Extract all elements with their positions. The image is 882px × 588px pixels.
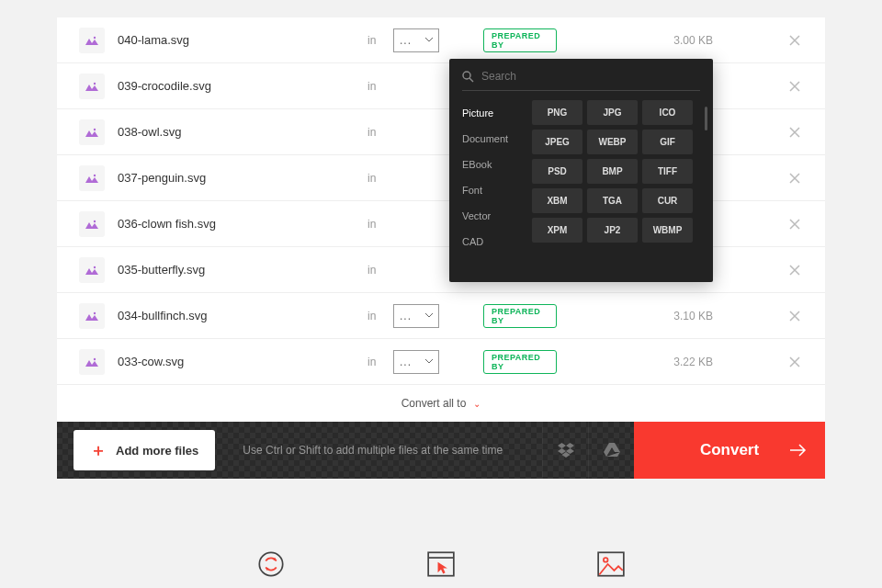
image-icon	[597, 550, 625, 578]
category-picture[interactable]: Picture	[462, 100, 532, 126]
format-option[interactable]: WEBP	[587, 130, 638, 154]
file-size: 3.10 KB	[658, 310, 713, 322]
format-select[interactable]: ...	[393, 350, 439, 374]
google-drive-button[interactable]	[588, 422, 634, 479]
image-file-icon	[79, 211, 105, 237]
dropbox-icon	[558, 443, 574, 458]
search-icon	[462, 71, 474, 83]
close-icon	[789, 219, 800, 230]
arrow-right-icon	[790, 444, 807, 457]
format-option[interactable]: JP2	[587, 218, 638, 243]
bottom-toolbar: ＋ Add more files Use Ctrl or Shift to ad…	[57, 422, 825, 479]
in-label: in	[368, 34, 393, 47]
format-option[interactable]: JPG	[587, 100, 638, 125]
file-name: 039-crocodile.svg	[118, 79, 368, 93]
file-name: 038-owl.svg	[118, 125, 368, 139]
file-row: 033-cow.svg in ... PREPARED BY 3.22 KB	[57, 339, 825, 385]
delete-button[interactable]	[786, 354, 803, 370]
category-list: Picture Document EBook Font Vector CAD	[462, 100, 532, 275]
image-file-icon	[79, 74, 105, 99]
delete-button[interactable]	[786, 216, 803, 232]
category-document[interactable]: Document	[462, 126, 532, 152]
close-icon	[789, 173, 800, 184]
file-row: 034-bullfinch.svg in ... PREPARED BY 3.1…	[57, 293, 825, 339]
convert-label: Convert	[700, 441, 759, 459]
google-drive-icon	[604, 443, 620, 458]
add-more-button[interactable]: ＋ Add more files	[74, 430, 215, 470]
delete-button[interactable]	[786, 124, 803, 141]
format-select[interactable]: ...	[393, 304, 439, 328]
svg-point-3	[94, 174, 96, 175]
file-row: 040-lama.svg in ... PREPARED BY 3.00 KB	[57, 17, 825, 63]
format-option[interactable]: TGA	[587, 188, 638, 213]
category-ebook[interactable]: EBook	[462, 152, 532, 177]
in-label: in	[368, 310, 393, 322]
file-name: 040-lama.svg	[118, 33, 368, 47]
browser-cursor-icon	[427, 550, 455, 578]
svg-point-8	[259, 552, 282, 575]
dropbox-button[interactable]	[542, 422, 588, 479]
format-option[interactable]: XPM	[532, 218, 582, 243]
format-option[interactable]: ICO	[642, 100, 693, 125]
dropdown-search	[462, 70, 700, 91]
status-badge: PREPARED BY	[483, 304, 557, 328]
file-size: 3.00 KB	[658, 34, 713, 47]
scrollbar[interactable]	[705, 107, 707, 130]
hint-text: Use Ctrl or Shift to add multiple files …	[243, 444, 503, 457]
category-font[interactable]: Font	[462, 177, 532, 203]
file-name: 033-cow.svg	[118, 355, 368, 368]
status-badge: PREPARED BY	[483, 350, 557, 374]
convert-all-button[interactable]: Convert all to ⌄	[57, 385, 825, 422]
category-vector[interactable]: Vector	[462, 203, 532, 229]
image-file-icon	[79, 257, 105, 283]
format-option[interactable]: BMP	[587, 159, 638, 184]
format-option[interactable]: PNG	[532, 100, 582, 125]
delete-button[interactable]	[786, 78, 803, 95]
format-dropdown: Picture Document EBook Font Vector CAD P…	[449, 59, 713, 282]
delete-button[interactable]	[786, 262, 803, 278]
file-name: 037-penguin.svg	[118, 171, 368, 185]
file-name: 036-clown fish.svg	[118, 217, 368, 231]
svg-point-13	[463, 72, 470, 79]
in-label: in	[368, 264, 393, 277]
format-option[interactable]: WBMP	[642, 218, 693, 243]
delete-button[interactable]	[786, 308, 803, 324]
in-label: in	[368, 356, 393, 368]
format-option[interactable]: CUR	[642, 188, 693, 213]
category-cad[interactable]: CAD	[462, 229, 532, 254]
format-option[interactable]: XBM	[532, 188, 582, 213]
svg-line-14	[469, 78, 473, 82]
image-file-icon	[79, 119, 105, 145]
refresh-icon	[257, 550, 285, 578]
format-option[interactable]: JPEG	[532, 130, 582, 154]
format-select[interactable]: ...	[393, 28, 439, 52]
close-icon	[789, 81, 800, 92]
image-file-icon	[79, 165, 105, 191]
format-option[interactable]: TIFF	[642, 159, 693, 184]
svg-point-5	[94, 266, 96, 267]
feature-section	[57, 479, 825, 578]
image-file-icon	[79, 28, 105, 53]
in-label: in	[368, 126, 393, 139]
in-label: in	[368, 218, 393, 231]
format-value: ...	[400, 34, 412, 47]
format-option[interactable]: GIF	[642, 130, 693, 154]
in-label: in	[368, 80, 393, 93]
convert-button[interactable]: Convert	[634, 422, 825, 479]
svg-point-0	[94, 36, 96, 38]
search-input[interactable]	[481, 70, 619, 83]
file-name: 035-butterfly.svg	[118, 263, 368, 277]
image-file-icon	[79, 303, 105, 329]
chevron-down-icon	[425, 313, 433, 318]
close-icon	[789, 265, 800, 276]
svg-point-7	[94, 357, 96, 359]
chevron-down-icon: ⌄	[473, 399, 481, 409]
delete-button[interactable]	[786, 170, 803, 187]
chevron-down-icon	[425, 359, 433, 364]
svg-point-4	[94, 220, 96, 221]
convert-all-label: Convert all to	[401, 397, 467, 410]
close-icon	[789, 311, 800, 322]
svg-point-12	[604, 558, 608, 562]
format-option[interactable]: PSD	[532, 159, 582, 184]
delete-button[interactable]	[786, 32, 803, 49]
